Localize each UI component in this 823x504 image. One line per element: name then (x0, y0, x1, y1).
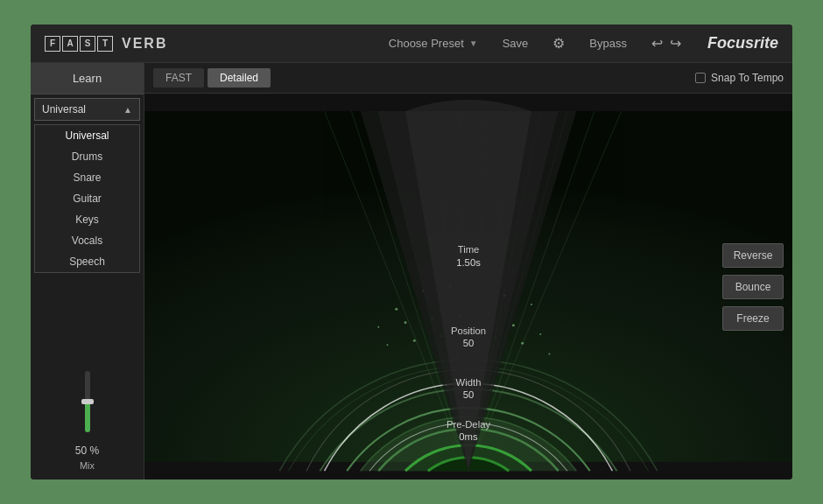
svg-text:0ms: 0ms (459, 431, 478, 442)
svg-point-20 (377, 326, 379, 328)
choose-preset-label: Choose Preset (389, 37, 464, 50)
settings-icon[interactable]: ⚙ (552, 35, 565, 52)
list-item[interactable]: Speech (35, 251, 139, 272)
mix-section: 50 % Mix (31, 362, 144, 480)
dropdown-arrow-icon: ▲ (123, 105, 132, 115)
svg-point-26 (539, 333, 541, 335)
logo-letter-f: F (45, 36, 60, 52)
logo-verb: VERB (122, 36, 167, 52)
mix-slider-thumb[interactable] (81, 399, 94, 404)
preset-category-list: Universal Drums Snare Guitar Keys Vocals… (34, 124, 140, 273)
focusrite-logo: Focusrite (707, 34, 778, 52)
reverb-visualizer[interactable]: Time 1.50s Position 50 Width 50 Pre-Dela… (144, 94, 792, 480)
freeze-button[interactable]: Freeze (722, 306, 784, 331)
svg-text:1.50s: 1.50s (456, 257, 481, 268)
sidebar: Learn Universal ▲ Universal Drums Snare … (31, 63, 144, 480)
logo-fast: F A S T (45, 36, 113, 52)
header: F A S T VERB Choose Preset ▼ Save ⚙ Bypa… (31, 24, 792, 63)
svg-text:Time: Time (458, 244, 480, 255)
main: Learn Universal ▲ Universal Drums Snare … (31, 63, 792, 480)
mix-slider[interactable] (85, 371, 90, 441)
reverb-viz-svg: Time 1.50s Position 50 Width 50 Pre-Dela… (144, 94, 792, 480)
logo: F A S T VERB (45, 36, 167, 52)
mix-slider-track (85, 371, 90, 432)
dropdown-selected-label: Universal (42, 103, 86, 116)
svg-point-14 (395, 308, 397, 311)
logo-letter-a: A (62, 36, 78, 52)
redo-icon[interactable]: ↪ (670, 35, 681, 52)
tabs: FAST Detailed (153, 68, 271, 88)
tab-detailed[interactable]: Detailed (208, 68, 271, 88)
mix-value: 50 % (75, 444, 99, 457)
mix-slider-fill (85, 402, 90, 432)
header-nav: ↩ ↪ (651, 35, 681, 52)
snap-to-tempo-label: Snap To Tempo (711, 72, 784, 84)
svg-point-33 (548, 354, 550, 355)
list-item[interactable]: Vocals (35, 230, 139, 251)
list-item[interactable]: Snare (35, 167, 139, 188)
tab-fast[interactable]: FAST (153, 68, 204, 88)
mix-label: Mix (80, 460, 95, 471)
svg-text:Width: Width (456, 377, 482, 388)
svg-point-32 (521, 342, 524, 345)
choose-preset-dropdown[interactable]: Choose Preset ▼ (389, 37, 478, 50)
plugin-container: F A S T VERB Choose Preset ▼ Save ⚙ Bypa… (31, 24, 792, 480)
right-panel: Reverse Bounce Freeze (722, 243, 784, 331)
svg-point-19 (531, 304, 532, 305)
svg-text:50: 50 (463, 389, 475, 400)
logo-letter-s: S (80, 36, 95, 52)
snap-to-tempo: Snap To Tempo (695, 72, 784, 84)
snap-to-tempo-checkbox[interactable] (695, 73, 706, 83)
list-item[interactable]: Universal (35, 125, 139, 146)
reverse-button[interactable]: Reverse (722, 243, 784, 268)
logo-letter-t: T (97, 36, 113, 52)
learn-button[interactable]: Learn (31, 63, 144, 94)
list-item[interactable]: Guitar (35, 188, 139, 209)
list-item[interactable]: Drums (35, 146, 139, 167)
bounce-button[interactable]: Bounce (722, 275, 784, 299)
preset-category-dropdown[interactable]: Universal ▲ (34, 98, 140, 121)
list-item[interactable]: Keys (35, 209, 139, 230)
svg-point-25 (512, 324, 515, 326)
svg-point-27 (386, 344, 388, 346)
svg-text:Pre-Delay: Pre-Delay (447, 419, 491, 430)
header-center: Choose Preset ▼ Save ⚙ Bypass ↩ ↪ (389, 33, 681, 53)
svg-text:50: 50 (463, 338, 475, 348)
content-area: FAST Detailed Snap To Tempo (144, 63, 792, 480)
tab-bar: FAST Detailed Snap To Tempo (144, 63, 792, 94)
svg-point-21 (404, 321, 407, 324)
svg-text:Position: Position (451, 326, 486, 336)
undo-icon[interactable]: ↩ (651, 35, 663, 52)
bypass-button[interactable]: Bypass (582, 33, 634, 53)
save-button[interactable]: Save (496, 33, 536, 53)
svg-point-28 (413, 340, 416, 342)
preset-arrow-icon: ▼ (469, 38, 478, 48)
